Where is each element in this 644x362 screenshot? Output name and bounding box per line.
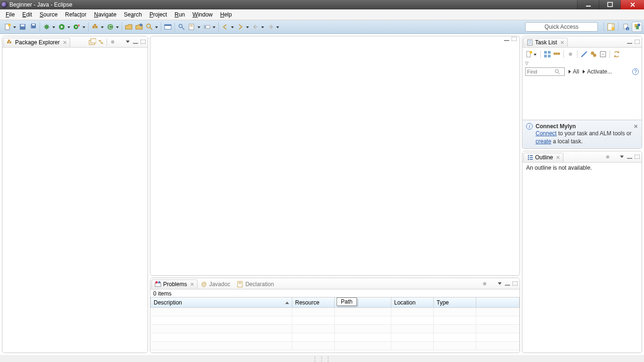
menu-file[interactable]: File: [2, 10, 18, 19]
table-row[interactable]: [151, 342, 520, 350]
create-link[interactable]: create: [536, 138, 551, 145]
menu-run[interactable]: Run: [171, 10, 189, 19]
info-icon: i: [526, 123, 533, 130]
maximize-view-button[interactable]: [140, 39, 146, 44]
task-list-tab[interactable]: Task List ✕: [523, 38, 568, 47]
connect-link[interactable]: Connect: [536, 130, 557, 137]
task-find-input[interactable]: [527, 69, 554, 74]
javadoc-tab[interactable]: @ Javadoc: [198, 280, 234, 289]
svg-rect-34: [636, 26, 639, 29]
table-row[interactable]: [151, 316, 520, 325]
focus-workweek-button[interactable]: [567, 50, 574, 58]
package-explorer-body[interactable]: [2, 48, 148, 353]
menu-refactor[interactable]: Refactor: [61, 10, 90, 19]
save-button[interactable]: [18, 22, 27, 32]
focus-task-button[interactable]: [109, 38, 116, 46]
declaration-tab[interactable]: Declaration: [233, 280, 277, 289]
activate-link[interactable]: Activate...: [583, 68, 612, 75]
menu-search[interactable]: Search: [120, 10, 146, 19]
new-button[interactable]: [3, 22, 17, 32]
new-class-button[interactable]: C: [106, 22, 120, 32]
new-package-button[interactable]: [91, 22, 105, 32]
task-list-body[interactable]: [522, 78, 642, 120]
open-task-button[interactable]: [134, 22, 144, 32]
outline-minimize-button[interactable]: [627, 154, 632, 159]
problems-table[interactable]: Description Resource Path Location Type: [150, 297, 520, 350]
problems-tab[interactable]: Problems ✕: [151, 280, 198, 288]
menu-source[interactable]: Source: [36, 10, 61, 19]
svg-text:J: J: [627, 28, 628, 31]
minimize-view-button[interactable]: [132, 39, 138, 44]
pin-button[interactable]: [202, 22, 216, 32]
run-last-button[interactable]: [72, 22, 86, 32]
svg-point-79: [528, 159, 529, 160]
hide-button[interactable]: [580, 50, 588, 58]
show-ui-legend-button[interactable]: [590, 50, 597, 58]
package-explorer-tab[interactable]: Package Explorer ✕: [3, 38, 70, 47]
view-menu-button[interactable]: [124, 38, 132, 46]
table-row[interactable]: [151, 325, 520, 333]
skip-breakpoints-button[interactable]: [177, 22, 186, 32]
focus-outline-button[interactable]: [604, 153, 611, 161]
col-resource[interactable]: Resource: [292, 297, 335, 308]
menu-help[interactable]: Help: [216, 10, 236, 19]
collapse-all-button[interactable]: [89, 38, 96, 46]
categorized-button[interactable]: [544, 50, 551, 58]
problems-menu-button[interactable]: [496, 280, 504, 288]
java-perspective-button[interactable]: J: [620, 22, 631, 32]
outline-tab[interactable]: Outline ✕: [523, 153, 563, 162]
collapse-button[interactable]: [599, 50, 607, 58]
run-button[interactable]: [57, 22, 71, 32]
close-icon[interactable]: ✕: [556, 155, 560, 161]
synchronize-button[interactable]: [613, 50, 620, 58]
problems-maximize-button[interactable]: [512, 281, 518, 286]
scheduled-button[interactable]: [553, 50, 561, 58]
outline-maximize-button[interactable]: [634, 154, 640, 159]
debug-button[interactable]: [42, 22, 56, 32]
menu-window[interactable]: Window: [189, 10, 216, 19]
open-perspective-button[interactable]: [606, 22, 616, 32]
help-icon[interactable]: ?: [632, 68, 639, 75]
save-all-button[interactable]: [28, 22, 38, 32]
new-task-button[interactable]: [525, 49, 537, 59]
close-icon[interactable]: ✕: [190, 281, 194, 288]
menu-navigate[interactable]: Navigate: [90, 10, 120, 19]
minimize-button[interactable]: [577, 0, 599, 9]
open-type-button[interactable]: [124, 22, 133, 32]
collapse-toggle[interactable]: ▽: [522, 61, 642, 66]
mylyn-close-icon[interactable]: ✕: [634, 123, 638, 130]
svg-point-52: [483, 282, 487, 285]
col-description[interactable]: Description: [151, 297, 292, 308]
close-icon[interactable]: ✕: [63, 40, 67, 46]
close-button[interactable]: [620, 0, 644, 9]
link-editor-button[interactable]: [97, 38, 105, 46]
outline-menu-button[interactable]: [618, 153, 626, 161]
tasklist-maximize-button[interactable]: [634, 39, 640, 44]
menu-edit[interactable]: Edit: [18, 10, 36, 19]
editor-maximize-button[interactable]: [511, 36, 517, 41]
close-icon[interactable]: ✕: [560, 40, 564, 46]
forward-button[interactable]: [266, 22, 280, 32]
resize-grip-icon[interactable]: ⋮⋮⋮: [312, 355, 332, 362]
search-button[interactable]: [145, 22, 159, 32]
table-row[interactable]: [151, 333, 520, 342]
col-type[interactable]: Type: [434, 297, 476, 308]
back-history-button[interactable]: [221, 22, 235, 32]
editor-area[interactable]: [150, 41, 520, 275]
quick-access-button[interactable]: Quick Access: [525, 22, 598, 32]
menu-project[interactable]: Project: [146, 10, 171, 19]
all-link[interactable]: All: [569, 68, 579, 75]
annotate-button[interactable]: [187, 22, 201, 32]
maximize-button[interactable]: [599, 0, 620, 9]
task-find-field[interactable]: [525, 67, 565, 76]
toggle-breadcrumb-button[interactable]: [163, 22, 173, 32]
java-ee-perspective-button[interactable]: [632, 22, 642, 32]
col-location[interactable]: Location: [391, 297, 434, 308]
tasklist-minimize-button[interactable]: [627, 39, 632, 44]
back-button[interactable]: [251, 22, 265, 32]
forward-history-button[interactable]: [236, 22, 250, 32]
editor-minimize-button[interactable]: [504, 36, 509, 41]
focus-problems-button[interactable]: [481, 280, 488, 288]
table-row[interactable]: [151, 308, 520, 316]
problems-minimize-button[interactable]: [504, 281, 510, 286]
